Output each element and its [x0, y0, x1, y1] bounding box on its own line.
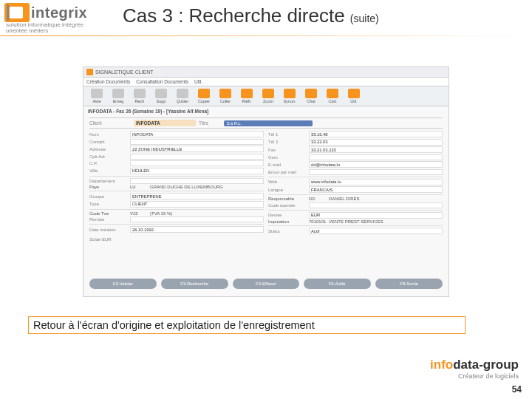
toolbar-quitter-button[interactable]: Quitter [172, 88, 193, 104]
menu-item[interactable]: Util. [194, 79, 202, 84]
window-title: SIGNALETIQUE CLIENT [95, 69, 154, 75]
imputation-name-field: VENTE PREST SERVICES [329, 219, 443, 224]
nom-field[interactable]: INFODATA [130, 131, 264, 137]
form-left-col: NomINFODATA Contact Adresse22 ZONE INDUS… [89, 131, 264, 236]
resp-name-field: DANIEL DRIES [329, 197, 443, 201]
tel1-field[interactable]: 33.16.48 [309, 131, 443, 137]
toolbar-calc-button[interactable]: Calc [322, 88, 343, 104]
fax-field[interactable]: 33.21.03.223 [309, 146, 443, 153]
pays-code-field[interactable]: LU [130, 185, 148, 189]
tel2-field[interactable]: 33.22.03 [309, 139, 443, 146]
toolbar-copier-button[interactable]: Copier [194, 88, 214, 104]
toolbar-raffr-button[interactable]: Raffr. [236, 88, 257, 104]
slide-title-suite: (suite) [350, 13, 379, 24]
function-key-bar: F2-Valider F3-Recherche F4-Effacer F6-Ad… [89, 279, 443, 289]
toolbar: Aide Enreg Rech Supp Quitter Copier Coll… [83, 86, 449, 106]
infodata-logo: infodata-group Créateur de logiciels [430, 358, 519, 380]
type-field[interactable]: CLIENT [130, 201, 264, 208]
langue-field[interactable]: FRANCAIS [309, 186, 443, 193]
toolbar-zoom-button[interactable]: Zoom [258, 88, 279, 104]
integrix-tagline-2: orientée métiers [6, 27, 114, 34]
gsm-field[interactable] [309, 154, 443, 160]
calc-icon [327, 89, 338, 98]
zoom-icon [262, 89, 274, 98]
form-area: Client INFODATA Titre S.à R.L. NomINFODA… [83, 116, 449, 243]
titre-chip: S.à R.L. [224, 120, 313, 126]
codetva-field[interactable]: V15 [130, 211, 148, 216]
adresse-field[interactable]: 22 ZONE INDUSTRIELLE [130, 146, 264, 152]
f4-effacer-button[interactable]: F4-Effacer [233, 279, 300, 289]
menubar: Création Documents Consultation Document… [83, 78, 449, 86]
slide-title: Cas 3 : Recherche directe (suite) [123, 4, 379, 27]
callout-text: Retour à l'écran d'origine et exploitati… [33, 319, 315, 331]
codetva-desc: (TVA 15 %) [150, 211, 264, 216]
cp-field[interactable] [130, 160, 264, 166]
app-icon [86, 69, 93, 75]
client-name[interactable]: INFODATA [134, 120, 196, 126]
toolbar-chat-button[interactable]: Chat [301, 88, 321, 104]
integrix-logo: integrix solution informatique intégrée … [4, 3, 114, 34]
help-icon [91, 89, 103, 98]
divider [0, 35, 532, 36]
f2-valider-button[interactable]: F2-Valider [89, 279, 157, 289]
refresh-icon [241, 89, 253, 98]
synon-icon [284, 89, 296, 98]
save-icon [112, 89, 124, 98]
client-header-row: Client INFODATA Titre S.à R.L. [89, 117, 443, 129]
f3-recherche-button[interactable]: F3-Recherche [161, 279, 228, 289]
toolbar-aide-button[interactable]: Aide [86, 88, 107, 104]
pays-name-field: GRAND DUCHE DE LUXEMBOURG [150, 185, 264, 189]
app-window: SIGNALETIQUE CLIENT Création Documents C… [83, 66, 449, 297]
callout-box: Retour à l'écran d'origine et exploitati… [28, 316, 466, 334]
page-number: 54 [512, 384, 522, 395]
copy-icon [198, 89, 210, 98]
remise-field[interactable] [130, 216, 264, 222]
devise-field[interactable]: EUR [309, 212, 443, 219]
client-label: Client [89, 120, 131, 126]
contact-field[interactable] [130, 139, 264, 145]
context-line: INFODATA - Fac 26 (Semaine 19) - [Yassin… [83, 106, 449, 116]
chat-icon [305, 89, 317, 98]
toolbar-enreg-button[interactable]: Enreg [108, 88, 129, 104]
groupe-field[interactable]: ENTREPRENE [130, 193, 264, 200]
web-field[interactable]: www.infodata.lu [309, 179, 443, 185]
window-titlebar: SIGNALETIQUE CLIENT [83, 67, 449, 78]
search-icon [134, 89, 146, 98]
date-creation-field: 26.10.1992 [130, 226, 264, 233]
toolbar-rech-button[interactable]: Rech [129, 88, 150, 104]
ville-field[interactable]: KEHLEN [130, 168, 264, 174]
toolbar-util-button[interactable]: Util. [344, 88, 364, 104]
slide-title-main: Cas 3 : Recherche directe [123, 4, 345, 27]
paste-icon [219, 89, 231, 98]
titre-label: Titre [199, 120, 221, 126]
toolbar-synon-button[interactable]: Synon. [279, 88, 300, 104]
infodata-tagline: Créateur de logiciels [430, 372, 519, 380]
statut-field[interactable]: Actif [309, 228, 443, 234]
f6-addit-button[interactable]: F6-Addit. [304, 279, 371, 289]
email-field[interactable]: dd@infodata.lu [309, 161, 443, 168]
toolbar-supp-button[interactable]: Supp [151, 88, 171, 104]
integrix-mark-icon [4, 3, 30, 22]
delete-icon [155, 89, 167, 98]
form-right-col: Tél 133.16.48 Tél 233.22.03 Fax33.21.03.… [268, 131, 443, 236]
f8-sortie-button[interactable]: F8-Sortie [375, 279, 443, 289]
menu-item[interactable]: Création Documents [86, 79, 130, 84]
solde-line: Solde EUR [89, 237, 443, 242]
util-icon [348, 89, 360, 98]
toolbar-coller-button[interactable]: Coller [215, 88, 236, 104]
code-tournee-field[interactable] [309, 202, 443, 208]
envoi-mail-field[interactable] [309, 169, 443, 175]
menu-item[interactable]: Consultation Documents [136, 79, 188, 84]
departement-field[interactable] [130, 178, 264, 184]
resp-code-field[interactable]: DD [309, 197, 327, 201]
exit-icon [177, 89, 188, 98]
cplt-adr-field[interactable] [130, 154, 264, 160]
imputation-code-field[interactable]: 7010101 [309, 219, 327, 224]
integrix-brand-text: integrix [31, 4, 87, 21]
